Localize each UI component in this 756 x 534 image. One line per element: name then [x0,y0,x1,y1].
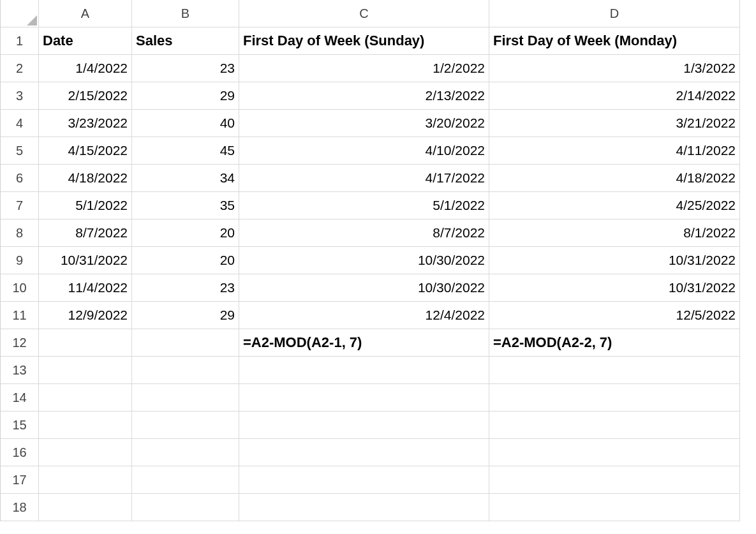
row-header-14[interactable]: 14 [1,384,39,412]
row-header-9[interactable]: 9 [1,247,39,274]
cell-C12[interactable]: =A2-MOD(A2-1, 7) [239,329,489,357]
cell-A12[interactable] [39,329,132,357]
cell-D6[interactable]: 4/18/2022 [489,165,740,192]
cell-C8[interactable]: 8/7/2022 [239,219,489,247]
cell-A9[interactable]: 10/31/2022 [39,247,132,274]
cell-B13[interactable] [132,357,239,384]
row-header-12[interactable]: 12 [1,329,39,357]
cell-C7[interactable]: 5/1/2022 [239,192,489,219]
column-header-C[interactable]: C [239,0,489,27]
cell-D10[interactable]: 10/31/2022 [489,274,740,302]
cell-B2[interactable]: 23 [132,55,239,82]
cell-A1[interactable]: Date [39,27,132,55]
row-header-6[interactable]: 6 [1,165,39,192]
cell-D12[interactable]: =A2-MOD(A2-2, 7) [489,329,740,357]
cell-C13[interactable] [239,357,489,384]
cell-B16[interactable] [132,439,239,466]
cell-D13[interactable] [489,357,740,384]
cell-A14[interactable] [39,384,132,412]
row-header-11[interactable]: 11 [1,302,39,329]
cell-C6[interactable]: 4/17/2022 [239,165,489,192]
cell-D7[interactable]: 4/25/2022 [489,192,740,219]
cell-A16[interactable] [39,439,132,466]
cell-B18[interactable] [132,494,239,521]
cell-A6[interactable]: 4/18/2022 [39,165,132,192]
row-header-4[interactable]: 4 [1,110,39,137]
cell-C9[interactable]: 10/30/2022 [239,247,489,274]
row-header-7[interactable]: 7 [1,192,39,219]
column-header-B[interactable]: B [132,0,239,27]
cell-A18[interactable] [39,494,132,521]
cell-A4[interactable]: 3/23/2022 [39,110,132,137]
cell-C16[interactable] [239,439,489,466]
column-header-A[interactable]: A [39,0,132,27]
cell-A7[interactable]: 5/1/2022 [39,192,132,219]
row-header-15[interactable]: 15 [1,412,39,439]
cell-C15[interactable] [239,412,489,439]
cell-D1[interactable]: First Day of Week (Monday) [489,27,740,55]
cell-B11[interactable]: 29 [132,302,239,329]
cell-D2[interactable]: 1/3/2022 [489,55,740,82]
cell-A13[interactable] [39,357,132,384]
cell-D14[interactable] [489,384,740,412]
cell-D11[interactable]: 12/5/2022 [489,302,740,329]
row-header-3[interactable]: 3 [1,82,39,110]
cell-C3[interactable]: 2/13/2022 [239,82,489,110]
cell-B6[interactable]: 34 [132,165,239,192]
cell-A8[interactable]: 8/7/2022 [39,219,132,247]
cell-A11[interactable]: 12/9/2022 [39,302,132,329]
cell-C11[interactable]: 12/4/2022 [239,302,489,329]
cell-A15[interactable] [39,412,132,439]
cell-C14[interactable] [239,384,489,412]
cell-D18[interactable] [489,494,740,521]
select-all-corner[interactable] [1,0,39,27]
row-header-8[interactable]: 8 [1,219,39,247]
cell-B9[interactable]: 20 [132,247,239,274]
cell-A3[interactable]: 2/15/2022 [39,82,132,110]
column-header-D[interactable]: D [489,0,740,27]
cell-B1[interactable]: Sales [132,27,239,55]
cell-B3[interactable]: 29 [132,82,239,110]
cell-D3[interactable]: 2/14/2022 [489,82,740,110]
cell-D8[interactable]: 8/1/2022 [489,219,740,247]
cell-B14[interactable] [132,384,239,412]
cell-C2[interactable]: 1/2/2022 [239,55,489,82]
cell-C4[interactable]: 3/20/2022 [239,110,489,137]
cell-B10[interactable]: 23 [132,274,239,302]
row-header-1[interactable]: 1 [1,27,39,55]
cell-B17[interactable] [132,466,239,494]
cell-B4[interactable]: 40 [132,110,239,137]
cell-B12[interactable] [132,329,239,357]
svg-marker-0 [27,15,37,26]
cell-D16[interactable] [489,439,740,466]
spreadsheet-grid[interactable]: ABCD1DateSalesFirst Day of Week (Sunday)… [0,0,756,521]
cell-B8[interactable]: 20 [132,219,239,247]
cell-B7[interactable]: 35 [132,192,239,219]
row-header-5[interactable]: 5 [1,137,39,165]
cell-D15[interactable] [489,412,740,439]
select-all-triangle-icon [27,15,37,26]
row-header-16[interactable]: 16 [1,439,39,466]
cell-C5[interactable]: 4/10/2022 [239,137,489,165]
row-header-17[interactable]: 17 [1,466,39,494]
cell-A10[interactable]: 11/4/2022 [39,274,132,302]
row-header-13[interactable]: 13 [1,357,39,384]
cell-B5[interactable]: 45 [132,137,239,165]
cell-C1[interactable]: First Day of Week (Sunday) [239,27,489,55]
cell-A17[interactable] [39,466,132,494]
row-header-10[interactable]: 10 [1,274,39,302]
cell-D9[interactable]: 10/31/2022 [489,247,740,274]
cell-A2[interactable]: 1/4/2022 [39,55,132,82]
cell-C17[interactable] [239,466,489,494]
cell-D4[interactable]: 3/21/2022 [489,110,740,137]
row-header-2[interactable]: 2 [1,55,39,82]
cell-B15[interactable] [132,412,239,439]
row-header-18[interactable]: 18 [1,494,39,521]
cell-D5[interactable]: 4/11/2022 [489,137,740,165]
cell-D17[interactable] [489,466,740,494]
cell-A5[interactable]: 4/15/2022 [39,137,132,165]
cell-C18[interactable] [239,494,489,521]
cell-C10[interactable]: 10/30/2022 [239,274,489,302]
